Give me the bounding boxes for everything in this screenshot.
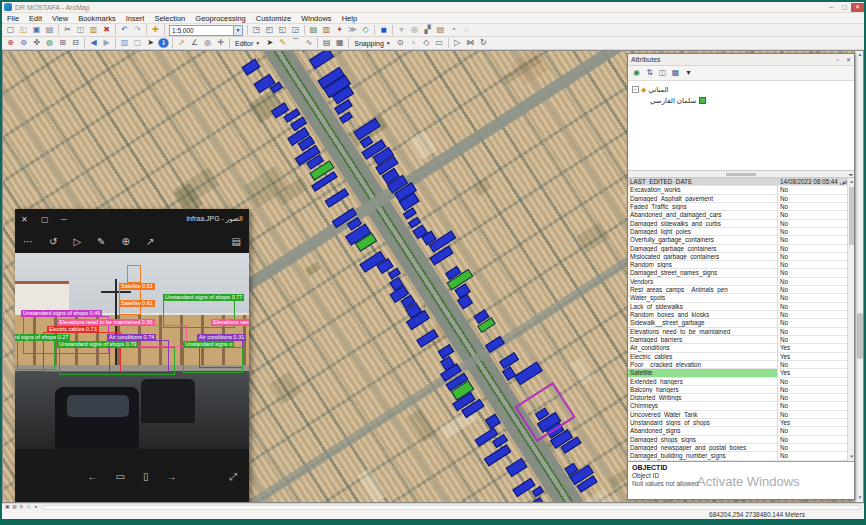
attribute-value[interactable]: Yes [778, 369, 847, 376]
fullscreen-icon[interactable]: ⤢ [229, 471, 237, 483]
select-elements-icon[interactable]: ➤ [144, 37, 157, 49]
menu-file[interactable]: File [2, 13, 24, 24]
attribute-value[interactable]: No [778, 261, 847, 268]
attribute-value[interactable]: No [778, 319, 847, 326]
pv-close-icon[interactable]: ✕ [21, 215, 41, 224]
table-of-contents-icon[interactable]: ▤ [307, 24, 320, 36]
graph-icon[interactable]: ▞ [421, 24, 434, 36]
point-snapping-icon[interactable]: ⊙ [394, 37, 407, 49]
attribute-value[interactable]: No [778, 203, 847, 210]
delete-photo-icon[interactable]: ▯ [143, 471, 149, 482]
scroll-up-icon[interactable]: ▲ [856, 51, 864, 59]
minimize-icon[interactable]: ─ [825, 3, 838, 12]
sketch-tool-icon[interactable]: ✎ [276, 37, 289, 49]
table-scroll-up-icon[interactable]: ▲ [848, 178, 854, 186]
attribute-row[interactable]: Rest_areas_camps__Animals_penNo [628, 286, 847, 294]
attribute-value[interactable]: No [778, 211, 847, 218]
attribute-value[interactable]: No [778, 386, 847, 393]
apply-edits-icon[interactable]: ◉ [630, 67, 643, 79]
previous-photo-icon[interactable]: ← [88, 471, 98, 482]
fixed-zoom-out-icon[interactable]: ⊟ [69, 37, 82, 49]
attribute-value[interactable]: No [778, 444, 847, 451]
attribute-value[interactable]: No [778, 394, 847, 401]
menu-insert[interactable]: Insert [121, 13, 150, 24]
attribute-row[interactable]: Uncovered_Water_TankNo [628, 411, 847, 419]
caption-icon[interactable]: ▭ [116, 471, 125, 482]
print-icon[interactable]: ▤ [43, 24, 56, 36]
attribute-value[interactable]: No [778, 286, 847, 293]
attribute-row[interactable]: Balcony_hangersNo [628, 386, 847, 394]
table-scrollbar[interactable]: ▲ ▼ [847, 178, 854, 461]
menu-windows[interactable]: Windows [296, 13, 336, 24]
split-tool-icon[interactable]: ⋈ [464, 37, 477, 49]
attribute-row[interactable]: Random_signsNo [628, 261, 847, 269]
select-features-icon[interactable]: ▧ [118, 37, 131, 49]
edit-attributes-icon[interactable]: ▤ [320, 37, 333, 49]
panel-splitter[interactable]: ◂▸ [628, 171, 854, 178]
attribute-row[interactable]: Unstandard_signs_of_shopsYes [628, 419, 847, 427]
cut-icon[interactable]: ✂ [61, 24, 74, 36]
end-snapping-icon[interactable]: ▫ [407, 37, 420, 49]
viewer-window-icon[interactable]: ◲ [289, 24, 302, 36]
tree-child-row[interactable]: سلمان الفارسي [632, 95, 854, 106]
sketch-properties-icon[interactable]: ▦ [333, 37, 346, 49]
model-builder-icon[interactable]: ◇ [359, 24, 372, 36]
maximize-icon[interactable]: ▢ [838, 3, 851, 12]
attribute-row[interactable]: LAST_EDITED_DATE14/08/2023 08:05:44 ص [628, 178, 847, 186]
rotate-tool-icon[interactable]: ↻ [477, 37, 490, 49]
sort-order-icon[interactable]: ⇅ [643, 67, 656, 79]
magnifier-window-icon[interactable]: ◰ [263, 24, 276, 36]
attribute-row[interactable]: Damaged_building_number_signsNo [628, 452, 847, 460]
table-scroll-handle[interactable] [849, 187, 854, 245]
attribute-row[interactable]: Electric_cablesYes [628, 353, 847, 361]
close-icon[interactable]: ✕ [851, 3, 864, 12]
attribute-row[interactable]: Faded_Traffic_signsNo [628, 203, 847, 211]
attribute-row[interactable]: Damaged_shops_signsNo [628, 436, 847, 444]
slideshow-icon[interactable]: ▷ [73, 236, 81, 247]
pan-icon[interactable]: ✜ [30, 37, 43, 49]
tree-expander-icon[interactable]: − [632, 86, 639, 93]
see-more-icon[interactable]: ⋯ [23, 236, 33, 247]
menu-bookmarks[interactable]: Bookmarks [73, 13, 121, 24]
attribute-value[interactable]: No [778, 278, 847, 285]
edge-snapping-icon[interactable]: ▭ [433, 37, 446, 49]
attribute-row[interactable]: Overfully_garbage_containersNo [628, 236, 847, 244]
attribute-value[interactable]: No [778, 195, 847, 202]
attribute-value[interactable]: No [778, 269, 847, 276]
attribute-row[interactable]: Damaged_Asphalt_pavementNo [628, 195, 847, 203]
hyperlink-icon[interactable]: ➚ [175, 37, 188, 49]
attribute-row[interactable]: Abandoned_and_damaged_carsNo [628, 211, 847, 219]
attribute-value[interactable]: No [778, 411, 847, 418]
delete-icon[interactable]: ✖ [100, 24, 113, 36]
expand-all-icon[interactable]: ◫ [656, 67, 669, 79]
attribute-row[interactable]: Sidewalk__street_garbageNo [628, 319, 847, 327]
attribute-row[interactable]: SatelliteYes [628, 369, 847, 377]
attribute-row[interactable]: Poor__cracked_elevationNo [628, 361, 847, 369]
attributes-undock-icon[interactable]: ▫ [832, 57, 843, 63]
editor-dropdown[interactable]: Editor ▼ [232, 40, 263, 47]
find-icon[interactable]: ◎ [201, 37, 214, 49]
vertex-snapping-icon[interactable]: ◇ [420, 37, 433, 49]
labeling-icon[interactable]: ◎ [408, 24, 421, 36]
attribute-row[interactable]: Extended_hangersNo [628, 378, 847, 386]
paste-icon[interactable]: ▥ [87, 24, 100, 36]
share-icon[interactable]: ↗ [146, 236, 154, 247]
attribute-row[interactable]: Air_conditionsYes [628, 344, 847, 352]
attribute-value[interactable]: No [778, 228, 847, 235]
zoom-photo-icon[interactable]: ⊕ [121, 236, 129, 247]
attribute-row[interactable]: Damaged_light_polesNo [628, 228, 847, 236]
attribute-value[interactable]: 14/08/2023 08:05:44 ص [778, 178, 847, 185]
attribute-value[interactable]: No [778, 361, 847, 368]
copy-icon[interactable]: ◫ [74, 24, 87, 36]
measure-icon[interactable]: ∠ [188, 37, 201, 49]
attribute-value[interactable]: No [778, 452, 847, 459]
attribute-value[interactable]: No [778, 303, 847, 310]
menu-selection[interactable]: Selection [149, 13, 190, 24]
publisher-icon[interactable]: ◌ [460, 24, 473, 36]
rotate-icon[interactable]: ↺ [49, 236, 57, 247]
catalog-icon[interactable]: ▥ [320, 24, 333, 36]
goto-xy-icon[interactable]: ✛ [214, 37, 227, 49]
python-icon[interactable]: ≫ [346, 24, 359, 36]
attribute-value[interactable]: Yes [778, 344, 847, 351]
scroll-down-icon[interactable]: ▼ [856, 494, 864, 502]
